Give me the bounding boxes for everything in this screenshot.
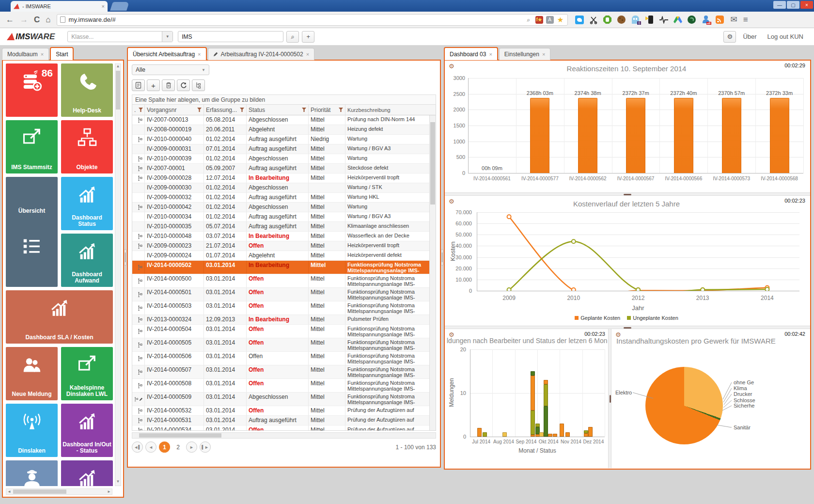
table-row[interactable]: IV-2014-000053103.01.2014Auftrag ausgefü… [132,416,436,425]
scroll-right-icon[interactable]: ► [107,489,111,494]
home-icon[interactable]: ⌂ [46,15,50,25]
filter-icon[interactable] [139,108,143,112]
browser-tab[interactable]: - IMSWARE × [11,1,108,12]
table-row[interactable]: IV-2009-000002321.07.2014OffenMittelHeiz… [132,241,436,251]
table-row[interactable]: IV-2010-000004001.02.2014Auftrag ausgefü… [132,135,436,144]
table-row[interactable]: IV-2009-000003107.01.2014Auftrag ausgefü… [132,144,436,154]
table-row[interactable]: IV-2014-000050403.01.2014OffenMittelFunk… [132,325,436,338]
extension-pulse-icon[interactable] [659,15,669,25]
header-status[interactable]: Status [247,105,309,115]
table-row[interactable]: IV-2009-000003201.02.2014Auftrag ausgefü… [132,193,436,203]
delete-button[interactable] [162,79,175,91]
chevron-down-icon[interactable]: ▼ [162,32,172,42]
pager-last-button[interactable]: ▌► [200,441,211,453]
tab-einstellungen[interactable]: Einstellungen× [499,48,551,60]
header-prioritaet[interactable]: Priorität [309,105,345,115]
table-row[interactable]: IV-2014-000050703.01.2014OffenMittelFunk… [132,365,436,379]
window-close-button[interactable]: × [800,1,813,9]
pager-page-1[interactable]: 1 [159,441,170,453]
table-row[interactable]: IV-2007-0000105.09.2007Auftrag ausgeführ… [132,164,436,173]
table-row[interactable]: IV-2014-000050103.01.2014OffenMittelFunk… [132,288,436,301]
header-row-marker[interactable]: . [132,105,145,115]
extension-rss-icon[interactable] [715,15,725,25]
pager-first-button[interactable]: ◄▌ [132,441,143,453]
tab-close-icon[interactable]: × [542,51,545,57]
tile-neue-meldung[interactable]: Neue Meldung [6,347,58,400]
group-drop-zone[interactable]: Eine Spalte hier ablegen, um die Gruppe … [132,94,436,105]
new-item-button[interactable]: + [147,79,160,91]
tab-dashboard-03[interactable]: Dashboard 03× [444,47,498,60]
scroll-left-icon[interactable]: ◄ [7,489,11,494]
extension-leaf-icon[interactable] [687,15,697,25]
tiles-horizontal-scrollbar[interactable]: ◄ ► [6,488,112,495]
header-kurzbeschreibung[interactable]: Kurzbeschreibung [345,105,436,115]
tile-dashboard-sla-kosten[interactable]: Dashboard SLA / Kosten [6,290,113,344]
tile-help-desk[interactable]: Help-Desk [61,63,113,117]
filter-icon[interactable] [302,108,306,112]
table-row[interactable]: IV-2009-000003001.02.2014AbgeschlossenWa… [132,183,436,193]
tab-close-icon[interactable]: × [198,51,201,57]
bookmark-star-icon[interactable]: ★ [557,16,564,24]
table-row[interactable]: IV-2014-000053403.01.2014OffenMittelPrüf… [132,425,436,430]
right-splitter[interactable] [441,249,443,266]
extension-adblock-icon[interactable] [603,15,612,25]
tab-close-icon[interactable]: × [41,51,44,57]
new-tab-button[interactable] [110,2,129,11]
menu-icon[interactable]: ≡ [743,15,748,25]
settings-gear-button[interactable]: ⚙ [723,31,736,43]
search-button[interactable]: ⌕ [286,31,299,43]
zoom-icon[interactable]: ⌕ [525,16,532,24]
table-row[interactable]: IV-2007-00001305.08.2014AbgeschlossenMit… [132,115,436,125]
filter-icon[interactable] [240,108,244,112]
tile-dinslaken[interactable]: Dinslaken [6,404,58,457]
refresh-button[interactable] [177,79,190,91]
status-filter-dropdown[interactable]: Alle▼ [132,64,209,75]
mail-icon[interactable]: ✉ [731,15,737,25]
extension-person-off-icon[interactable]: off [701,15,711,25]
tree-view-button[interactable] [192,79,205,91]
extension-ghostery-icon[interactable]: 0 [631,15,641,25]
extension-drive-icon[interactable] [673,15,683,25]
scroll-up-icon[interactable]: ▲ [115,64,121,70]
pager-prev-button[interactable]: ◄ [145,441,157,453]
tab-close-icon[interactable]: × [489,51,492,57]
tile-kabelspinne-dinslaken-lwl[interactable]: Kabelspinne Dinslaken LWL [61,347,113,400]
tile-ims-stammsitz[interactable]: IMS Stammsitz [6,120,58,173]
tile-dashboard-aufwand[interactable]: Dashboard Aufwand [61,234,113,287]
flash-icon[interactable]: f★ [535,16,543,24]
table-horizontal-scrollbar[interactable] [132,432,436,439]
header-vorgangsnr[interactable]: Vorgangsnr [145,105,204,115]
extension-cookie-icon[interactable] [617,15,626,25]
table-row[interactable]: IV-2014-000050603.01.2014OffenMittelFunk… [132,352,436,365]
tab-close-icon[interactable]: × [102,3,105,9]
tiles-vertical-scrollbar[interactable]: ▲ ▼ [115,63,121,486]
table-row[interactable]: IV-2010-000003901.02.2014AbgeschlossenMi… [132,154,436,164]
table-row[interactable]: IV-2014-000050803.01.2014OffenMittelFunk… [132,379,436,393]
extension-phone-sync-icon[interactable] [645,15,655,25]
extension-scissors-icon[interactable] [589,15,598,25]
klasse-dropdown[interactable]: Klasse... ▼ [67,31,173,42]
table-row[interactable]: IV-2010-000003505.07.2014Auftrag ausgefü… [132,222,436,232]
pager-page-2[interactable]: 2 [172,441,184,453]
search-input[interactable] [178,31,283,42]
table-row[interactable]: IV-2014-000050303.01.2014OffenMittelFunk… [132,301,436,315]
header-erfassung[interactable]: Erfassung... [204,105,247,115]
filter-icon[interactable] [197,108,202,112]
about-link[interactable]: Über [743,33,756,40]
table-row[interactable]: IV-2013-000032412.09.2013In BearbeitungM… [132,315,436,325]
reload-icon[interactable]: C [34,15,40,25]
table-row[interactable]: IV-2014-000050003.01.2014OffenMittelFunk… [132,274,436,288]
chart-splitter-vertical[interactable] [608,329,611,468]
translate-icon[interactable]: A [546,16,554,24]
table-row[interactable]: IV-2010-000003401.02.2014Auftrag ausgefü… [132,212,436,222]
tile-database-add[interactable]: 86 [6,63,58,117]
back-icon[interactable]: ← [6,15,14,25]
report-button[interactable] [132,79,145,91]
logout-link[interactable]: Log out KUN [767,33,803,40]
scroll-down-icon[interactable]: ▼ [115,479,121,486]
address-bar[interactable]: my.imsware.de/# ⌕ f★ A ★ [57,14,568,26]
extension-twitter-icon[interactable] [575,15,584,25]
tile-guard[interactable] [6,460,58,486]
tab-start[interactable]: Start [50,47,74,60]
table-vertical-scrollbar[interactable] [429,115,436,430]
